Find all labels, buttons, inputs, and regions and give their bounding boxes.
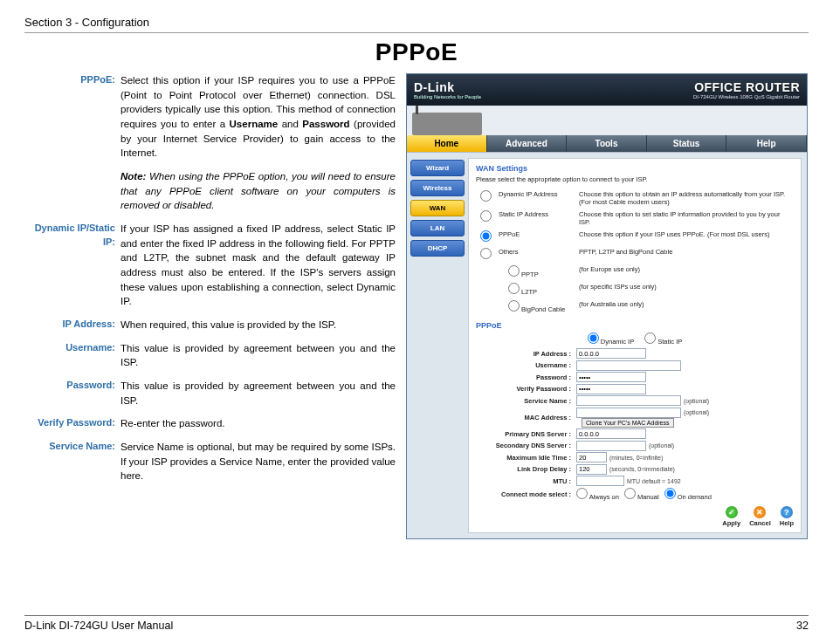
definition-label: Password: — [24, 379, 120, 408]
ipmode-option[interactable]: Dynamic IP — [588, 338, 634, 346]
definitions-column: PPPoE:Select this option if your ISP req… — [24, 73, 396, 539]
field-label: Connect mode select : — [476, 490, 576, 498]
footer-left: D-Link DI-724GU User Manual — [24, 620, 173, 632]
sidenav-dhcp[interactable]: DHCP — [410, 240, 465, 257]
definition-label: Username: — [24, 341, 120, 370]
tab-tools[interactable]: Tools — [567, 135, 647, 152]
sidenav-wizard[interactable]: Wizard — [410, 160, 465, 176]
definition-body: This value is provided by agreement betw… — [120, 341, 396, 370]
wan-sub-option-radio[interactable] — [508, 300, 520, 312]
tab-advanced[interactable]: Advanced — [487, 135, 568, 152]
field-hint: (optional) — [649, 442, 674, 449]
definition-label: IP Address: — [24, 318, 120, 332]
note-text: Note: When using the PPPoE option, you w… — [120, 169, 396, 213]
definition-label: Service Name: — [24, 440, 120, 483]
wan-settings-sub: Please select the appropriate option to … — [476, 175, 794, 183]
definition-label: Dynamic IP/Static IP: — [24, 222, 120, 309]
field-input[interactable] — [576, 452, 607, 462]
sidenav-wireless[interactable]: Wireless — [410, 180, 465, 196]
panel-header: D-Link Building Networks for People OFFI… — [407, 74, 807, 106]
help-icon: ? — [781, 506, 793, 518]
field-label: IP Address : — [476, 350, 576, 358]
wan-sub-option-radio[interactable] — [508, 265, 520, 277]
field-label: Service Name : — [476, 397, 576, 405]
main-tabs: HomeAdvancedToolsStatusHelp — [407, 135, 807, 153]
sidenav-wan[interactable]: WAN — [410, 200, 465, 216]
field-hint: (minutes, 0=infinite) — [609, 455, 663, 461]
definition-body: Re-enter the password. — [120, 416, 396, 431]
definition-body: When required, this value is provided by… — [120, 318, 396, 332]
field-input[interactable] — [576, 476, 624, 486]
router-admin-panel: D-Link Building Networks for People OFFI… — [406, 73, 808, 539]
field-label: MAC Address : — [476, 414, 576, 421]
brand-tagline: Building Networks for People — [414, 94, 481, 99]
cancel-button[interactable]: ✕Cancel — [749, 506, 771, 527]
field-label: Link Drop Delay : — [476, 465, 576, 473]
connect-mode-option[interactable]: Manual — [624, 493, 659, 501]
wan-options-table: Dynamic IP AddressChoose this option to … — [476, 187, 794, 316]
field-hint: MTU default = 1492 — [627, 478, 681, 484]
field-label: MTU : — [476, 477, 576, 485]
pppoe-heading: PPPoE — [476, 321, 794, 330]
action-buttons-row: ✓Apply✕Cancel?Help — [476, 506, 794, 527]
ip-mode-row: Dynamic IP Static IP — [476, 332, 794, 346]
definition-body: This value is provided by agreement betw… — [120, 379, 396, 408]
page-title: PPPoE — [24, 38, 809, 66]
field-input[interactable] — [576, 384, 646, 394]
wan-option-radio[interactable] — [480, 230, 492, 242]
field-input[interactable] — [576, 372, 646, 382]
side-nav: WizardWirelessWANLANDHCP — [407, 153, 468, 538]
definition-body: Service Name is optional, but may be req… — [120, 440, 396, 483]
ipmode-option[interactable]: Static IP — [644, 338, 682, 346]
tab-home[interactable]: Home — [407, 135, 487, 152]
page-footer: D-Link DI-724GU User Manual 32 — [24, 615, 809, 632]
router-image — [412, 113, 482, 135]
wan-sub-option-radio[interactable] — [508, 283, 520, 294]
field-label: Password : — [476, 373, 576, 381]
field-hint: (seconds, 0=immediate) — [609, 466, 675, 472]
section-header: Section 3 - Configuration — [24, 16, 809, 33]
main-content-panel: WAN Settings Please select the appropria… — [468, 158, 802, 533]
field-label: Verify Password : — [476, 385, 576, 393]
brand-logo: D-Link — [414, 80, 481, 94]
tab-help[interactable]: Help — [726, 135, 807, 152]
tab-status[interactable]: Status — [647, 135, 727, 152]
wan-settings-heading: WAN Settings — [476, 164, 794, 173]
field-input[interactable] — [576, 428, 646, 439]
field-label: Primary DNS Server : — [476, 430, 576, 438]
apply-icon: ✓ — [726, 506, 738, 518]
definition-label: Verify Password: — [24, 416, 120, 431]
field-input[interactable] — [576, 360, 681, 371]
apply-button[interactable]: ✓Apply — [722, 506, 740, 527]
definition-label: PPPoE: — [24, 73, 120, 161]
definition-body: Select this option if your ISP requires … — [120, 73, 396, 161]
connect-mode-option[interactable]: On demand — [664, 493, 712, 501]
definition-body: If your ISP has assigned a fixed IP addr… — [120, 222, 396, 309]
field-input[interactable] — [576, 395, 681, 406]
connect-mode-option[interactable]: Always on — [576, 493, 619, 501]
product-photo-strip — [407, 106, 807, 135]
sidenav-lan[interactable]: LAN — [410, 220, 465, 236]
wan-option-radio[interactable] — [480, 210, 492, 222]
field-input[interactable] — [576, 441, 646, 451]
field-input[interactable] — [576, 464, 607, 475]
wan-option-radio[interactable] — [480, 248, 492, 259]
help-button[interactable]: ?Help — [780, 506, 794, 527]
field-label: Maximum Idle Time : — [476, 454, 576, 462]
field-hint: (optional) — [684, 409, 709, 415]
footer-page-number: 32 — [796, 620, 809, 632]
field-hint: (optional) — [684, 398, 709, 404]
field-label: Username : — [476, 361, 576, 369]
field-label: Secondary DNS Server : — [476, 442, 576, 449]
product-subtitle: DI-724GU Wireless 108G QoS Gigabit Route… — [693, 94, 800, 99]
cancel-icon: ✕ — [754, 506, 766, 518]
wan-option-radio[interactable] — [480, 190, 492, 202]
field-input[interactable] — [576, 348, 646, 359]
clone-mac-button[interactable]: Clone Your PC's MAC Address — [582, 418, 674, 428]
field-input[interactable] — [576, 408, 681, 418]
product-title: OFFICE ROUTER — [693, 80, 800, 94]
